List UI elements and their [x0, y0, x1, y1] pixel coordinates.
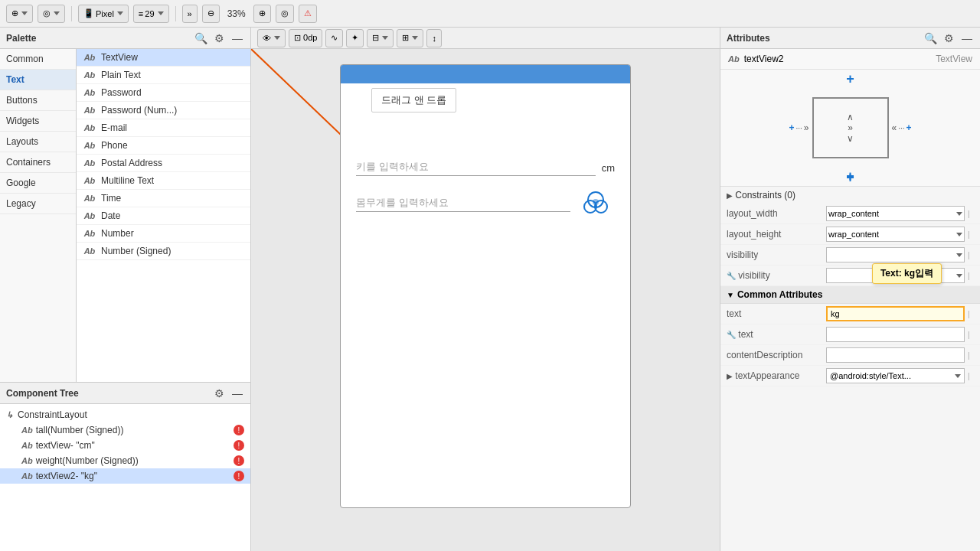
phone-status-bar: [341, 65, 630, 83]
constraints-label: Constraints (0): [735, 190, 795, 201]
phone-content: 키를 입력하세요 cm 몸무게를 입력하세요: [341, 145, 630, 246]
tree-textview-cm-error: !: [234, 440, 244, 451]
palette-header-icons: 🔍 ⚙ —: [194, 31, 244, 45]
widget-multiline[interactable]: Ab Multiline Text: [77, 172, 250, 190]
widget-postal[interactable]: Ab Postal Address: [77, 155, 250, 172]
constraint-plus-bottom2[interactable]: +: [846, 170, 854, 186]
palette-search-icon[interactable]: 🔍: [194, 31, 207, 45]
text-input-divider: |: [968, 310, 974, 318]
visibility-select[interactable]: [826, 247, 965, 262]
text2-input-divider: |: [968, 331, 974, 339]
attributes-icons: 🔍 ⚙ —: [923, 31, 974, 45]
eye-btn[interactable]: 👁: [257, 29, 286, 47]
layout-width-select[interactable]: wrap_content: [826, 206, 965, 221]
device-btn[interactable]: 📱 Pixel: [78, 5, 129, 23]
category-buttons[interactable]: Buttons: [0, 90, 76, 111]
tree-item-constraint[interactable]: ↳ ConstraintLayout: [0, 407, 250, 422]
tree-textview-cm-label: textView- "cm": [36, 440, 230, 451]
zoom-in-btn[interactable]: ⊕: [253, 5, 271, 23]
height-hint[interactable]: 키를 입력하세요: [356, 160, 596, 176]
tree-settings-icon[interactable]: ⚙: [212, 386, 226, 400]
fit-btn[interactable]: ◎: [276, 5, 294, 23]
widget-plaintext[interactable]: Ab Plain Text: [77, 67, 250, 84]
text-appearance-select[interactable]: @android:style/Text...: [826, 368, 965, 383]
wave-btn[interactable]: ∿: [325, 29, 343, 47]
constraint-plus-left[interactable]: +: [789, 122, 795, 133]
tree-close-icon[interactable]: —: [230, 386, 244, 400]
content-desc-input[interactable]: [826, 347, 965, 363]
attr-settings-icon[interactable]: ⚙: [942, 31, 956, 45]
orientation-btn[interactable]: ⊕: [6, 5, 33, 23]
text2-input[interactable]: [826, 327, 965, 342]
widget-number-label: Number: [101, 228, 134, 239]
widget-time-icon: Ab: [83, 194, 96, 203]
text-input[interactable]: [826, 306, 965, 321]
canvas-toolbar: 👁 ⊡ 0dp ∿ ✦ ⊟ ⊞ ↕: [251, 28, 720, 49]
text-appearance-text: @android:style/Text...: [830, 371, 911, 380]
widget-date[interactable]: Ab Date: [77, 207, 250, 225]
magnet-btn[interactable]: ⊡ 0dp: [289, 29, 322, 47]
widget-number-signed[interactable]: Ab Number (Signed): [77, 243, 250, 260]
palette-body: Common Text Buttons Widgets Layouts Cont…: [0, 49, 250, 382]
widget-password[interactable]: Ab Password: [77, 84, 250, 102]
api-btn[interactable]: ≡ 29: [133, 5, 169, 23]
attr-search-icon[interactable]: 🔍: [923, 31, 937, 45]
tree-title: Component Tree: [6, 388, 79, 399]
widget-time[interactable]: Ab Time: [77, 190, 250, 207]
widget-plaintext-icon: Ab: [83, 70, 96, 80]
theme-btn[interactable]: ◎: [38, 5, 65, 23]
weight-hint[interactable]: 몸무게를 입력하세요: [356, 196, 570, 212]
text-row: text |: [720, 304, 980, 324]
category-legacy[interactable]: Legacy: [0, 194, 76, 214]
widget-phone[interactable]: Ab Phone: [77, 137, 250, 155]
constraint-toggle[interactable]: ▶: [727, 191, 733, 200]
constraint-right: « ··· +: [891, 122, 911, 133]
component-type: TextView: [936, 54, 972, 64]
api-label: 29: [145, 9, 154, 18]
widget-number-signed-label: Number (Signed): [101, 246, 171, 256]
distribute-btn[interactable]: ⊞: [397, 29, 423, 47]
expand-icon[interactable]: ▶: [727, 372, 733, 380]
tree-item-weight[interactable]: Ab weight(Number (Signed)) !: [0, 453, 250, 468]
attributes-header: Attributes 🔍 ⚙ —: [720, 28, 980, 49]
widget-email-label: E-mail: [101, 122, 127, 133]
category-containers[interactable]: Containers: [0, 152, 76, 173]
component-tree-section: Component Tree ⚙ — ↳ ConstraintLayout: [0, 383, 250, 551]
category-layouts[interactable]: Layouts: [0, 132, 76, 152]
widget-date-label: Date: [101, 210, 120, 221]
common-attrs-toggle[interactable]: ▼: [727, 291, 734, 299]
warn-btn[interactable]: ⚠: [299, 5, 317, 23]
align-btn[interactable]: ⊟: [367, 29, 394, 47]
tree-item-tall[interactable]: Ab tall(Number (Signed)) !: [0, 422, 250, 438]
layout-height-text: wrap_content: [828, 230, 879, 239]
palette-close-icon[interactable]: —: [230, 31, 244, 45]
visibility-label: visibility: [727, 249, 826, 260]
widget-password-num[interactable]: Ab Password (Num...): [77, 102, 250, 119]
tree-item-textview2[interactable]: Ab textView2- "kg" !: [0, 468, 250, 484]
tree-constraint-label: ConstraintLayout: [18, 409, 87, 420]
attr-close-icon[interactable]: —: [960, 31, 974, 45]
category-text[interactable]: Text: [0, 70, 76, 90]
height-btn[interactable]: ↕: [426, 29, 442, 47]
category-widgets[interactable]: Widgets: [0, 111, 76, 132]
category-common[interactable]: Common: [0, 49, 76, 70]
constraint-plus-top[interactable]: +: [846, 71, 854, 87]
wand-btn[interactable]: ✦: [346, 29, 364, 47]
content-area: Palette 🔍 ⚙ — Common Text Buttons Widget…: [0, 28, 980, 551]
widget-number[interactable]: Ab Number: [77, 225, 250, 243]
content-desc-row: contentDescription |: [720, 345, 980, 366]
tree-item-textview-cm[interactable]: Ab textView- "cm" !: [0, 438, 250, 453]
constraint-chevron-up: ∧: [847, 112, 854, 122]
widget-phone-icon: Ab: [83, 141, 96, 150]
layout-height-select[interactable]: wrap_content: [826, 227, 965, 242]
layout-height-label: layout_height: [727, 229, 826, 240]
widget-email[interactable]: Ab E-mail: [77, 119, 250, 137]
widget-textview-icon: Ab: [83, 53, 96, 62]
palette-settings-icon[interactable]: ⚙: [212, 31, 226, 45]
constraint-plus-right[interactable]: +: [906, 122, 911, 133]
palette-header: Palette 🔍 ⚙ —: [0, 28, 250, 49]
category-google[interactable]: Google: [0, 173, 76, 194]
widget-textview[interactable]: Ab TextView: [77, 49, 250, 67]
more-btn[interactable]: »: [182, 5, 198, 23]
zoom-out-btn[interactable]: ⊖: [202, 5, 220, 23]
